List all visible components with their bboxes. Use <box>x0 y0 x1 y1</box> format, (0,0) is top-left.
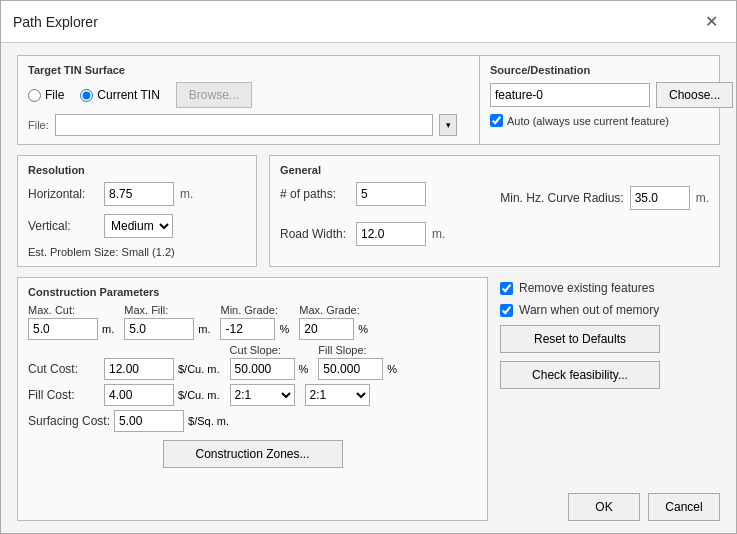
horizontal-unit: m. <box>180 187 193 201</box>
warn-memory-checkbox[interactable] <box>500 304 513 317</box>
source-dest-label: Source/Destination <box>490 64 709 76</box>
max-fill-label: Max. Fill: <box>124 304 168 316</box>
fill-cost-label: Fill Cost: <box>28 388 100 402</box>
vertical-row: Vertical: Medium Low High <box>28 214 246 238</box>
ok-button[interactable]: OK <box>568 493 640 521</box>
max-fill-unit: m. <box>198 323 210 335</box>
check-feasibility-button[interactable]: Check feasibility... <box>500 361 660 389</box>
target-tin-group: Target TIN Surface File Current TIN Brow… <box>18 56 467 144</box>
resolution-label: Resolution <box>28 164 246 176</box>
min-grade-unit: % <box>279 323 289 335</box>
current-tin-radio[interactable] <box>80 89 93 102</box>
file-radio[interactable] <box>28 89 41 102</box>
max-cut-label: Max. Cut: <box>28 304 75 316</box>
fill-slope-ratio-select[interactable]: 2:11:13:1 <box>305 384 370 406</box>
construction-group: Construction Parameters Max. Cut: m. Max… <box>17 277 488 521</box>
title-bar: Path Explorer ✕ <box>1 1 736 43</box>
top-section: Target TIN Surface File Current TIN Brow… <box>17 55 720 145</box>
paths-input[interactable] <box>356 182 426 206</box>
surfacing-cost-unit: $/Sq. m. <box>188 415 229 427</box>
cut-slope-label: Cut Slope: <box>230 344 309 356</box>
cut-cost-input[interactable] <box>104 358 174 380</box>
path-explorer-dialog: Path Explorer ✕ Target TIN Surface File … <box>0 0 737 534</box>
file-row: File: ▾ <box>28 114 457 136</box>
source-input-row: Choose... <box>490 82 709 108</box>
max-grade-unit: % <box>358 323 368 335</box>
fill-cost-unit: $/Cu. m. <box>178 389 220 401</box>
road-width-row: Road Width: m. <box>280 222 445 246</box>
file-label: File: <box>28 119 49 131</box>
fill-slope-unit: % <box>387 363 397 375</box>
max-grade-label: Max. Grade: <box>299 304 360 316</box>
auto-row: Auto (always use current feature) <box>490 114 709 127</box>
est-size-value: Small (1.2) <box>122 246 175 258</box>
paths-label: # of paths: <box>280 187 350 201</box>
road-width-unit: m. <box>432 227 445 241</box>
current-tin-radio-label: Current TIN <box>97 88 159 102</box>
max-cut-unit: m. <box>102 323 114 335</box>
min-hz-label: Min. Hz. Curve Radius: <box>500 191 623 205</box>
cut-slope-unit: % <box>299 363 309 375</box>
cut-cost-unit: $/Cu. m. <box>178 363 220 375</box>
dialog-body: Target TIN Surface File Current TIN Brow… <box>1 43 736 533</box>
remove-features-checkbox[interactable] <box>500 282 513 295</box>
close-button[interactable]: ✕ <box>699 10 724 33</box>
general-group: General # of paths: Road Width: m. <box>269 155 720 267</box>
vertical-label: Vertical: <box>28 219 98 233</box>
cut-slope-ratio-select[interactable]: 2:11:13:1 <box>230 384 295 406</box>
browse-button: Browse... <box>176 82 252 108</box>
remove-features-row: Remove existing features <box>500 281 720 295</box>
file-radio-label: File <box>45 88 64 102</box>
road-width-label: Road Width: <box>280 227 350 241</box>
warn-memory-label: Warn when out of memory <box>519 303 659 317</box>
road-width-input[interactable] <box>356 222 426 246</box>
max-grade-input[interactable] <box>299 318 354 340</box>
max-cut-input[interactable] <box>28 318 98 340</box>
max-fill-input[interactable] <box>124 318 194 340</box>
cut-slope-input[interactable] <box>230 358 295 380</box>
min-grade-input[interactable] <box>220 318 275 340</box>
current-tin-radio-option: Current TIN <box>80 88 159 102</box>
cut-cost-label: Cut Cost: <box>28 362 100 376</box>
warn-memory-row: Warn when out of memory <box>500 303 720 317</box>
middle-section: Resolution Horizontal: m. Vertical: Medi… <box>17 155 720 267</box>
cancel-button[interactable]: Cancel <box>648 493 720 521</box>
construction-zones-row: Construction Zones... <box>28 440 477 468</box>
reset-defaults-button[interactable]: Reset to Defaults <box>500 325 660 353</box>
est-size-label: Est. Problem Size: <box>28 246 118 258</box>
horizontal-label: Horizontal: <box>28 187 98 201</box>
surfacing-cost-input[interactable] <box>114 410 184 432</box>
horizontal-input[interactable] <box>104 182 174 206</box>
fill-cost-input[interactable] <box>104 384 174 406</box>
remove-features-label: Remove existing features <box>519 281 654 295</box>
construction-label: Construction Parameters <box>28 286 477 298</box>
file-dropdown-arrow[interactable]: ▾ <box>439 114 457 136</box>
vertical-select[interactable]: Medium Low High <box>104 214 173 238</box>
right-panel: Remove existing features Warn when out o… <box>500 277 720 521</box>
construction-zones-button[interactable]: Construction Zones... <box>163 440 343 468</box>
est-size-row: Est. Problem Size: Small (1.2) <box>28 246 246 258</box>
ok-cancel-row: OK Cancel <box>500 489 720 521</box>
tin-radio-row: File Current TIN Browse... <box>28 82 457 108</box>
auto-label: Auto (always use current feature) <box>507 115 669 127</box>
general-label: General <box>280 164 709 176</box>
min-hz-unit: m. <box>696 191 709 205</box>
file-radio-option: File <box>28 88 64 102</box>
horizontal-row: Horizontal: m. <box>28 182 246 206</box>
paths-row: # of paths: <box>280 182 445 206</box>
auto-checkbox[interactable] <box>490 114 503 127</box>
bottom-section: Construction Parameters Max. Cut: m. Max… <box>17 277 720 521</box>
fill-slope-input[interactable] <box>318 358 383 380</box>
dialog-title: Path Explorer <box>13 14 98 30</box>
choose-button[interactable]: Choose... <box>656 82 733 108</box>
min-grade-label: Min. Grade: <box>220 304 277 316</box>
feature-input[interactable] <box>490 83 650 107</box>
source-dest-group: Source/Destination Choose... Auto (alway… <box>479 56 719 144</box>
resolution-group: Resolution Horizontal: m. Vertical: Medi… <box>17 155 257 267</box>
min-hz-input[interactable] <box>630 186 690 210</box>
surfacing-cost-label: Surfacing Cost: <box>28 414 110 428</box>
target-tin-label: Target TIN Surface <box>28 64 457 76</box>
file-path-input[interactable] <box>55 114 433 136</box>
fill-slope-label: Fill Slope: <box>318 344 397 356</box>
